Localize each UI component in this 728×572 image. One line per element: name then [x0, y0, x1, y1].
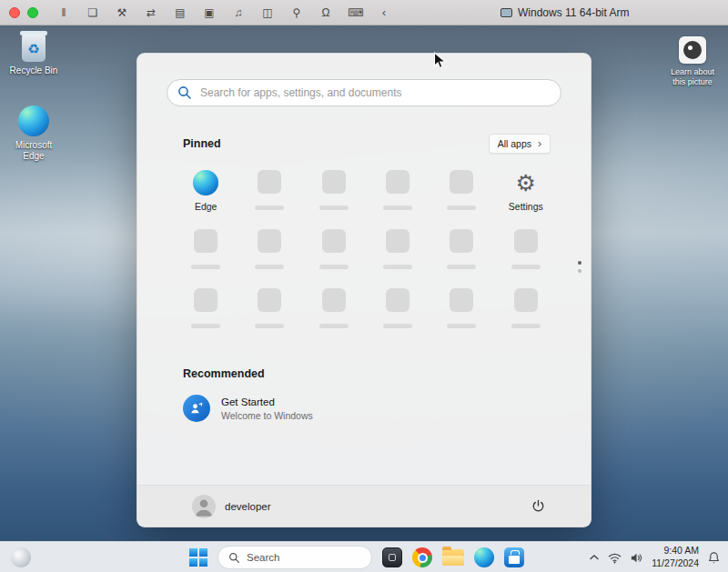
pinned-placeholder: [366, 165, 430, 224]
placeholder-app-icon: [386, 170, 410, 194]
taskbar: Search: [0, 541, 728, 572]
search-icon: [228, 552, 240, 564]
chevron-up-icon[interactable]: [589, 554, 600, 561]
recommended-heading: Recommended: [183, 367, 591, 380]
zoom-button[interactable]: [27, 7, 38, 18]
placeholder-app-icon: [450, 170, 473, 194]
pinned-placeholder: [430, 165, 493, 224]
pinned-app-edge[interactable]: Edge: [174, 165, 238, 224]
system-tray: 9:40 AM 11/27/2024: [589, 542, 721, 572]
edge-icon: [18, 105, 49, 136]
vm-proxy-icon: [500, 8, 512, 17]
notifications-bell-icon[interactable]: [707, 551, 721, 565]
pinned-page-indicator[interactable]: [578, 261, 581, 273]
placeholder-app-icon: [258, 288, 281, 312]
camera-circle-icon: [683, 41, 702, 59]
desktop-icon-recycle-bin[interactable]: ♻ Recycle Bin: [5, 35, 62, 76]
task-view-icon[interactable]: [382, 547, 402, 567]
recommended-subtitle: Welcome to Windows: [221, 410, 313, 421]
start-search-input[interactable]: [167, 79, 561, 106]
close-button[interactable]: [9, 7, 20, 18]
placeholder-app-label: [191, 265, 220, 269]
start-button[interactable]: [189, 548, 207, 567]
display-icon[interactable]: ◫: [260, 6, 275, 19]
vm-window-title: Windows 11 64-bit Arm: [500, 0, 630, 25]
placeholder-app-icon: [514, 288, 538, 312]
pinned-placeholder: [430, 224, 493, 283]
windows-desktop: ♻ Recycle Bin Microsoft Edge Learn about…: [0, 25, 728, 572]
placeholder-app-icon: [258, 229, 281, 253]
power-button[interactable]: [525, 494, 551, 519]
placeholder-app-icon: [386, 229, 410, 253]
vm-titlebar: ‖ ❏ ⚒ ⇄ ▤ ▣ ♫ ◫ ⚲ Ω ⌨ ‹ Windows 11 64-bi…: [0, 0, 728, 25]
pinned-placeholder: [238, 283, 301, 342]
placeholder-app-label: [383, 265, 412, 269]
placeholder-app-label: [383, 324, 412, 328]
chevron-right-icon: ›: [538, 138, 541, 149]
user-avatar[interactable]: [192, 495, 216, 518]
placeholder-app-icon: [450, 288, 473, 312]
keyboard-icon[interactable]: ⌨: [348, 6, 362, 19]
snapshots-icon[interactable]: ❏: [86, 6, 100, 19]
all-apps-label: All apps: [498, 138, 531, 149]
volume-icon[interactable]: [630, 551, 643, 565]
placeholder-app-icon: [386, 288, 410, 312]
placeholder-app-icon: [322, 288, 346, 312]
start-menu-footer: developer: [137, 485, 591, 527]
network-icon[interactable]: [608, 551, 622, 565]
placeholder-app-label: [255, 265, 284, 269]
widgets-icon[interactable]: [11, 547, 31, 567]
recommended-item-get-started[interactable]: Get Started Welcome to Windows: [183, 395, 591, 422]
desktop-icon-label: Recycle Bin: [10, 65, 58, 76]
clock-date: 11/27/2024: [652, 557, 699, 570]
placeholder-app-label: [447, 324, 476, 328]
printer-icon[interactable]: ▤: [173, 6, 187, 19]
pinned-placeholder: [366, 283, 430, 342]
placeholder-app-icon: [258, 170, 281, 194]
pinned-placeholder: [174, 283, 238, 342]
placeholder-app-label: [255, 324, 284, 328]
spotlight-learn-about-picture[interactable]: Learn about this picture: [666, 36, 719, 87]
store-icon[interactable]: [504, 547, 524, 567]
clock-time: 9:40 AM: [652, 545, 699, 557]
taskbar-clock[interactable]: 9:40 AM 11/27/2024: [652, 545, 699, 569]
edge-icon[interactable]: [474, 547, 494, 567]
edge-icon: [193, 170, 218, 196]
chrome-icon[interactable]: [412, 547, 432, 567]
disk-icon[interactable]: ▣: [202, 6, 217, 19]
placeholder-app-icon: [194, 229, 217, 253]
sound-icon[interactable]: ♫: [231, 6, 246, 19]
user-name: developer: [225, 501, 271, 512]
placeholder-app-icon: [322, 170, 346, 194]
placeholder-app-label: [319, 265, 349, 269]
pinned-app-settings[interactable]: ⚙Settings: [494, 165, 558, 224]
usb-icon[interactable]: ⚲: [289, 6, 304, 19]
back-icon[interactable]: ‹: [377, 6, 391, 19]
pause-icon[interactable]: ‖: [56, 6, 71, 19]
search-icon: [177, 85, 192, 100]
start-menu: Pinned All apps › Edge⚙Settings Recommen…: [136, 53, 592, 527]
start-search: [167, 79, 561, 106]
all-apps-button[interactable]: All apps ›: [489, 134, 551, 154]
tools-icon[interactable]: ⚒: [115, 6, 129, 19]
file-explorer-icon[interactable]: [442, 549, 464, 566]
vm-title-text: Windows 11 64-bit Arm: [518, 6, 630, 19]
spotlight-icon: [679, 36, 706, 64]
pinned-heading: Pinned: [183, 137, 221, 150]
placeholder-app-label: [191, 324, 220, 328]
placeholder-app-icon: [322, 229, 346, 253]
placeholder-app-label: [319, 206, 349, 210]
pinned-placeholder: [430, 283, 493, 342]
placeholder-app-icon: [514, 229, 538, 253]
taskbar-search[interactable]: Search: [217, 546, 372, 569]
desktop-icon-microsoft-edge[interactable]: Microsoft Edge: [5, 105, 62, 162]
transfer-icon[interactable]: ⇄: [144, 6, 158, 19]
placeholder-app-label: [447, 265, 476, 269]
placeholder-app-icon: [194, 288, 217, 312]
headset-icon[interactable]: Ω: [318, 6, 333, 19]
pinned-placeholder: [302, 224, 366, 283]
spotlight-label: Learn about this picture: [666, 67, 719, 87]
vm-window: ‖ ❏ ⚒ ⇄ ▤ ▣ ♫ ◫ ⚲ Ω ⌨ ‹ Windows 11 64-bi…: [0, 0, 728, 572]
placeholder-app-label: [255, 206, 284, 210]
placeholder-app-label: [319, 324, 349, 328]
